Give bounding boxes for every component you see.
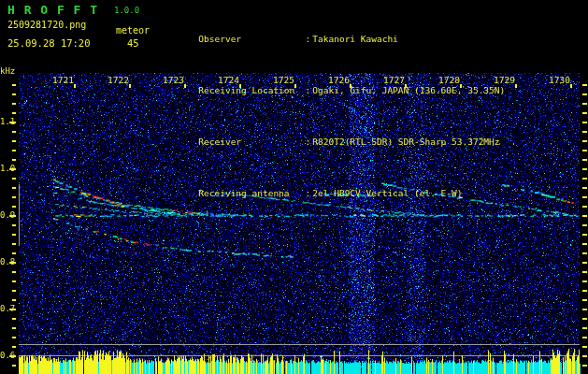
info-row-receiver: Receiver:R820T2(RTL-SDR) SDR-Sharp 53.37… — [166, 126, 505, 157]
datetime-label: 25.09.28 17:20 — [7, 37, 91, 49]
output-filename: 2509281720.png — [7, 20, 86, 30]
freq-tick-label: 1.0 — [0, 164, 11, 173]
info-row-observer: Observer:Takanori Kawachi — [166, 23, 505, 54]
freq-axis-unit: kHz — [0, 66, 15, 76]
info-value: R820T2(RTL-SDR) SDR-Sharp 53.372MHz — [312, 137, 499, 147]
hrofft-window: H R O F F T 1.0.0 2509281720.png meteor … — [0, 0, 588, 374]
freq-tick-label: 0.6 — [0, 351, 11, 360]
info-value: 2el-HB9CV Vertical (el. E-W) — [312, 188, 462, 198]
time-tick-label: 1723 — [158, 75, 184, 85]
colon-separator: : — [303, 85, 312, 95]
colon-separator: : — [303, 137, 312, 147]
info-label: Receiving antenna — [198, 188, 303, 198]
info-label: Observer — [198, 34, 303, 44]
info-label: Receiving Location — [198, 85, 303, 95]
station-info: Observer:Takanori Kawachi Receiving Loca… — [166, 3, 505, 229]
time-tick-label: 1727 — [379, 75, 405, 85]
time-tick-label: 1729 — [489, 75, 515, 85]
time-tick-label: 1730 — [544, 75, 570, 85]
freq-tick-label: 0.7 — [0, 304, 11, 313]
colon-separator: : — [303, 188, 312, 198]
colon-separator: : — [303, 34, 312, 44]
app-version: 1.0.0 — [114, 6, 139, 15]
info-value: Ogaki, Gifu, JAPAN (136.60E, 35.35N) — [312, 85, 505, 95]
time-tick-label: 1728 — [434, 75, 460, 85]
app-title: H R O F F T — [7, 3, 98, 17]
time-tick-label: 1722 — [103, 75, 129, 85]
time-tick-label: 1721 — [48, 75, 74, 85]
info-label: Receiver — [198, 137, 303, 147]
time-tick-label: 1726 — [323, 75, 350, 85]
freq-tick-label: 0.8 — [0, 257, 11, 266]
freq-tick-label: 0.9 — [0, 210, 11, 220]
time-tick-label: 1725 — [268, 75, 294, 85]
echo-count: 45 — [127, 37, 139, 49]
freq-tick-label: 1.1 — [0, 117, 11, 126]
mode-label: meteor — [116, 25, 150, 36]
info-value: Takanori Kawachi — [312, 34, 398, 44]
time-tick-label: 1724 — [213, 75, 239, 85]
info-row-antenna: Receiving antenna:2el-HB9CV Vertical (el… — [166, 178, 505, 209]
